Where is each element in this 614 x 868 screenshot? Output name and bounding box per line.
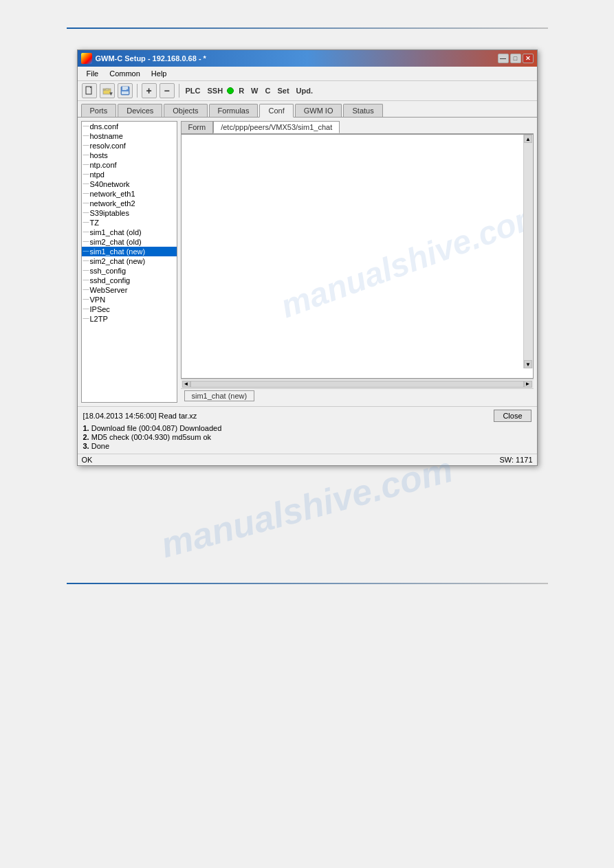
log-entry-3-num: 3. [83,442,89,450]
status-ok: OK [82,456,93,464]
close-log-button[interactable]: Close [494,410,531,422]
svg-rect-5 [122,91,129,94]
editor-tab-bar: Form /etc/ppp/peers/VMX53/sim1_chat [181,121,534,134]
tab-formulas[interactable]: Formulas [209,104,259,117]
log-entry-3: 3. Done [83,442,531,450]
tree-item-sim1-old[interactable]: sim1_chat (old) [82,227,177,237]
tree-item-sim1-new[interactable]: sim1_chat (new) [82,247,177,256]
window-title: GWM-C Setup - 192.168.0.68 - * [96,54,206,63]
save-button[interactable] [118,83,133,98]
editor-tab-path[interactable]: /etc/ppp/peers/VMX53/sim1_chat [213,121,340,133]
application-window: GWM-C Setup - 192.168.0.68 - * — □ ✕ Fil… [77,49,538,466]
bottom-decorative-line [67,583,548,584]
title-bar-left: GWM-C Setup - 192.168.0.68 - * [81,53,206,64]
log-entry-3-text: Done [91,442,109,450]
minimize-button[interactable]: — [498,54,509,63]
scrollbar-down-arrow[interactable]: ▼ [524,360,532,368]
tree-item-l2tp[interactable]: L2TP [82,314,177,324]
ssh-label: SSH [206,87,226,95]
tab-conf[interactable]: Conf [259,104,293,118]
log-entry-2-text: MD5 check (00:04.930) md5sum ok [91,433,211,441]
status-sw: SW: 1171 [499,456,532,464]
ssh-indicator: SSH [206,87,234,95]
tab-devices[interactable]: Devices [118,104,162,117]
vertical-scrollbar[interactable]: ▲ ▼ [523,135,533,368]
main-tab-bar: Ports Devices Objects Formulas Conf GWM … [78,101,537,118]
remove-button[interactable]: − [160,83,175,98]
tree-item-ntp-conf[interactable]: ntp.conf [82,160,177,170]
open-button[interactable]: ▼ [100,83,115,98]
menu-help[interactable]: Help [146,68,173,79]
scrollbar-track-v [524,143,532,360]
menu-common[interactable]: Common [104,68,146,79]
tree-item-ntpd[interactable]: ntpd [82,170,177,179]
new-button[interactable] [82,83,97,98]
toolbar: ▼ + − PLC SSH R W C Set Upd. [78,81,537,101]
add-button[interactable]: + [142,83,157,98]
log-header-text: [18.04.2013 14:56:00] Read tar.xz [83,412,197,420]
tree-item-dns-conf[interactable]: dns.conf [82,122,177,131]
tree-item-ssh-config[interactable]: ssh_config [82,266,177,276]
title-bar-controls: — □ ✕ [498,54,534,63]
editor-area[interactable]: manualshive.com ▲ ▼ [181,134,534,379]
tab-objects[interactable]: Objects [164,104,207,117]
log-entry-1-num: 1. [83,424,89,432]
bottom-tab-sim1[interactable]: sim1_chat (new) [184,390,255,401]
toolbar-separator-1 [137,84,138,98]
tree-item-s39iptables[interactable]: S39iptables [82,208,177,218]
plc-label: PLC [184,87,203,95]
tree-item-network-eth1[interactable]: network_eth1 [82,189,177,199]
svg-rect-3 [122,87,127,90]
log-entry-1-text: Download file (00:04.087) Downloaded [91,424,222,432]
tree-item-vpn[interactable]: VPN [82,295,177,304]
c-label[interactable]: C [263,87,272,95]
editor-tab-form[interactable]: Form [181,121,214,133]
main-content: dns.conf hostname resolv.conf hosts ntp.… [78,118,537,406]
ssh-status-dot [227,87,234,94]
svg-rect-4 [127,87,128,89]
top-decorative-line [67,27,548,29]
upd-label[interactable]: Upd. [294,87,315,95]
tree-item-resolv-conf[interactable]: resolv.conf [82,141,177,151]
editor-watermark: manualshive.com [276,195,534,325]
log-header: [18.04.2013 14:56:00] Read tar.xz Close [83,410,531,422]
file-tree: dns.conf hostname resolv.conf hosts ntp.… [81,121,177,403]
tree-item-sim2-new[interactable]: sim2_chat (new) [82,256,177,266]
r-label[interactable]: R [237,87,246,95]
log-entry-2-num: 2. [83,433,89,441]
log-entry-2: 2. MD5 check (00:04.930) md5sum ok [83,433,531,441]
tree-item-s40network[interactable]: S40network [82,179,177,189]
page-watermark: manualshive.com [157,449,457,566]
menu-file[interactable]: File [81,68,105,79]
tree-item-webserver[interactable]: WebServer [82,285,177,295]
app-icon [81,53,92,64]
scrollbar-right-arrow[interactable]: ► [524,381,532,388]
tab-gwmio[interactable]: GWM IO [295,104,342,117]
tree-item-hosts[interactable]: hosts [82,151,177,160]
set-label[interactable]: Set [275,87,291,95]
tree-item-ipsec[interactable]: IPSec [82,304,177,314]
scrollbar-up-arrow[interactable]: ▲ [524,135,532,143]
right-panel: Form /etc/ppp/peers/VMX53/sim1_chat manu… [181,121,534,403]
bottom-tab-strip: sim1_chat (new) [181,388,534,403]
window-close-button[interactable]: ✕ [523,54,534,63]
w-label[interactable]: W [249,87,260,95]
tree-item-network-eth2[interactable]: network_eth2 [82,199,177,208]
horizontal-scrollbar: ◄ ► [181,379,534,388]
tab-ports[interactable]: Ports [81,104,117,117]
tree-item-sshd-config[interactable]: sshd_config [82,276,177,285]
menu-bar: File Common Help [78,67,537,81]
scrollbar-track-h [190,381,524,388]
tree-item-sim2-old[interactable]: sim2_chat (old) [82,237,177,247]
log-entry-1: 1. Download file (00:04.087) Downloaded [83,424,531,432]
tree-item-hostname[interactable]: hostname [82,131,177,141]
maximize-button[interactable]: □ [510,54,521,63]
title-bar: GWM-C Setup - 192.168.0.68 - * — □ ✕ [78,50,537,67]
scrollbar-left-arrow[interactable]: ◄ [182,381,190,388]
tree-item-tz[interactable]: TZ [82,218,177,227]
log-area: [18.04.2013 14:56:00] Read tar.xz Close … [78,406,537,454]
toolbar-separator-2 [179,84,179,98]
status-bar: OK SW: 1171 [78,454,537,465]
log-entries: 1. Download file (00:04.087) Downloaded … [83,424,531,450]
tab-status[interactable]: Status [343,104,382,117]
